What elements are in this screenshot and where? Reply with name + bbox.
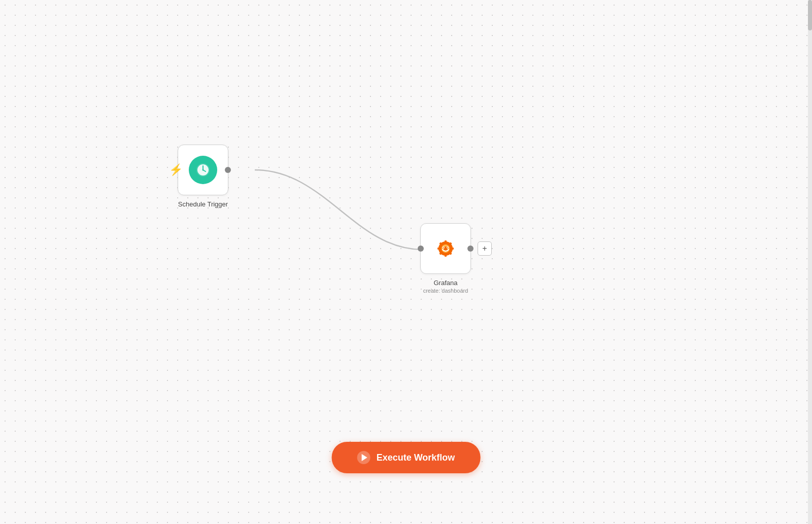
- add-node-button[interactable]: +: [478, 241, 492, 256]
- svg-rect-15: [437, 248, 440, 250]
- execute-workflow-button[interactable]: Execute Workflow: [332, 442, 481, 473]
- schedule-trigger-output-connector[interactable]: [225, 167, 231, 173]
- schedule-trigger-box[interactable]: ⚡: [178, 145, 228, 195]
- schedule-trigger-label: Schedule Trigger: [178, 200, 228, 208]
- execute-workflow-label: Execute Workflow: [377, 452, 455, 463]
- grafana-node[interactable]: + Grafana create: dashboard: [420, 223, 471, 294]
- grafana-icon: [431, 234, 460, 263]
- clock-icon: [195, 162, 211, 178]
- play-circle: [357, 451, 370, 464]
- svg-point-5: [202, 169, 204, 171]
- grafana-label: Grafana: [434, 279, 458, 287]
- grafana-input-connector[interactable]: [418, 246, 424, 252]
- grafana-sublabel: create: dashboard: [423, 288, 468, 294]
- svg-rect-11: [451, 248, 454, 250]
- play-triangle-icon: [361, 454, 367, 461]
- svg-point-19: [443, 247, 444, 248]
- schedule-icon-bg: [189, 156, 217, 184]
- plus-icon: +: [482, 244, 487, 253]
- schedule-trigger-node[interactable]: ⚡: [178, 145, 228, 208]
- grafana-output-connector[interactable]: [467, 246, 473, 252]
- svg-rect-9: [445, 240, 447, 243]
- grafana-box[interactable]: +: [420, 223, 471, 274]
- lightning-icon: ⚡: [169, 163, 183, 177]
- svg-point-20: [447, 247, 448, 248]
- svg-rect-13: [445, 254, 447, 257]
